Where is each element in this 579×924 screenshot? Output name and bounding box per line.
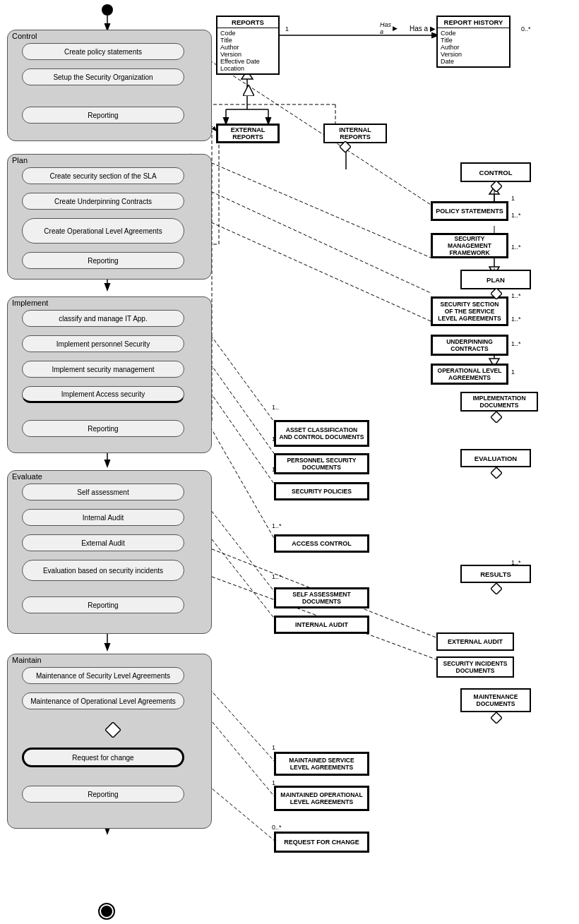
svg-text:1: 1 [272,744,275,751]
class-security-policies: SECURITY POLICIES [274,482,369,500]
decision-diamond [105,722,121,738]
class-maintained-ola: MAINTAINED OPERATIONAL LEVEL AGREEMENTS [274,786,369,811]
svg-text:1..*: 1..* [511,340,521,347]
class-request-change: REQUEST FOR CHANGE [274,832,369,853]
svg-text:1..*: 1..* [272,522,282,529]
svg-marker-102 [491,712,502,724]
class-results: RESULTS [460,565,531,583]
diamond-internal-reports [340,141,351,154]
activity-create-ola: Create Operational Level Agreements [22,218,184,244]
svg-line-34 [191,213,431,321]
activity-create-policy: Create policy statements [22,43,184,60]
class-security-incidents: SECURITY INCIDENTS DOCUMENTS [436,656,514,678]
swimlane-maintain: Maintain Maintenance of Security Level A… [7,654,212,829]
activity-control-reporting: Reporting [22,107,184,124]
activity-implement-reporting: Reporting [22,420,184,437]
diamond-impl [491,412,502,424]
svg-marker-103 [243,85,254,96]
class-maintained-sla: MAINTAINED SERVICE LEVEL AGREEMENTS [274,752,369,776]
class-control: CONTROL [460,162,531,182]
maintain-label: Maintain [12,656,42,664]
class-internal-audit: INTERNAL AUDIT [274,616,369,634]
svg-text:1: 1 [285,25,289,32]
swimlane-control: Control Create policy statements Setup t… [7,30,212,141]
plan-label: Plan [12,156,28,164]
svg-marker-104 [340,141,351,152]
svg-text:Has a ▶: Has a ▶ [410,25,436,32]
activity-maintain-sla: Maintenance of Security Level Agreements [22,667,184,684]
activity-evaluate-reporting: Reporting [22,596,184,613]
svg-text:0..*: 0..* [272,824,282,831]
swimlane-implement: Implement classify and manage IT App. Im… [7,296,212,453]
swimlane-plan: Plan Create security section of the SLA … [7,154,212,280]
svg-text:1: 1 [511,368,515,376]
class-report-history: REPORT HISTORY CodeTitleAuthorVersionDat… [436,16,511,68]
activity-maintain-ola: Maintenance of Operational Level Agreeme… [22,692,184,709]
diamond-results [491,583,502,596]
class-underpinning: UNDERPINNING CONTRACTS [431,335,508,356]
svg-line-33 [191,182,431,293]
svg-text:1..*: 1..* [511,292,521,299]
class-access-control: ACCESS CONTROL [274,534,369,553]
svg-text:▶: ▶ [393,25,398,32]
svg-text:1..*: 1..* [511,212,521,219]
activity-classify: classify and manage IT App. [22,310,184,327]
diamond-plan [491,288,502,301]
class-implementation-docs: IMPLEMENTATION DOCUMENTS [460,392,538,412]
svg-text:Has: Has [380,21,392,28]
class-policy-statements: POLICY STATEMENTS [431,201,508,221]
svg-text:1..*: 1..* [511,244,521,251]
svg-marker-98 [491,288,502,299]
class-security-section: SECURITY SECTION OF THE SERVICE LEVEL AG… [431,296,508,326]
diamond-maintenance [491,712,502,725]
activity-security-management: Implement security management [22,361,184,378]
svg-text:0..*: 0..* [521,25,531,32]
control-label: Control [12,32,37,40]
class-internal-reports: INTERNAL REPORTS [323,124,387,143]
class-external-reports: EXTERNAL REPORTS [216,124,280,143]
svg-marker-96 [105,722,121,738]
svg-marker-101 [491,583,502,594]
class-external-audit: EXTERNAL AUDIT [436,632,514,651]
class-security-mgmt-framework: SECURITY MANAGEMENT FRAMEWORK [431,233,508,258]
svg-text:a: a [380,28,383,35]
diamond-control [491,181,502,193]
svg-text:1..*: 1..* [272,573,282,580]
activity-underpinning: Create Underpinning Contracts [22,193,184,210]
activity-access-security: Implement Access security [22,386,184,403]
activity-maintain-reporting: Reporting [22,786,184,803]
activity-plan-reporting: Reporting [22,252,184,269]
svg-text:1..*: 1..* [511,316,521,323]
class-reports: REPORTS CodeTitleAuthorVersionEffective … [216,16,280,75]
activity-self-assessment: Self assessment [22,484,184,500]
diamond-eval [491,467,502,480]
start-node [102,4,113,16]
svg-line-32 [191,154,431,258]
activity-setup-security-org: Setup the Security Organization [22,68,184,85]
class-personnel-security: PERSONNEL SECURITY DOCUMENTS [274,453,369,474]
svg-marker-99 [491,412,502,423]
end-node [101,906,112,917]
class-evaluation: EVALUATION [460,449,531,467]
svg-text:1: 1 [511,195,515,202]
class-self-assessment-docs: SELF ASSESSMENT DOCUMENTS [274,587,369,608]
svg-line-42 [191,569,438,660]
svg-marker-97 [491,181,502,192]
evaluate-label: Evaluate [12,472,42,481]
activity-request-change: Request for change [22,748,184,767]
activity-internal-audit: Internal Audit [22,509,184,526]
svg-marker-100 [491,467,502,479]
inheritance-reports [243,85,254,97]
class-maintenance-docs: MAINTENANCE DOCUMENTS [460,688,531,712]
implement-label: Implement [12,299,48,307]
svg-text:1..: 1.. [272,404,279,411]
class-plan: PLAN [460,270,531,289]
class-operational-level: OPERATIONAL LEVEL AGREEMENTS [431,364,508,385]
class-asset-classification: ASSET CLASSIFICATION AND CONTROL DOCUMEN… [274,420,369,447]
activity-create-sla: Create security section of the SLA [22,167,184,184]
activity-security-incidents: Evaluation based on security incidents [22,560,184,581]
activity-external-audit: External Audit [22,534,184,551]
diagram-container: Has a ▶ 1 0..* 1 1..* 1..* 1 1..* 1..* 1… [0,0,579,924]
swimlane-evaluate: Evaluate Self assessment Internal Audit … [7,470,212,634]
activity-personnel-security: Implement personnel Security [22,335,184,352]
